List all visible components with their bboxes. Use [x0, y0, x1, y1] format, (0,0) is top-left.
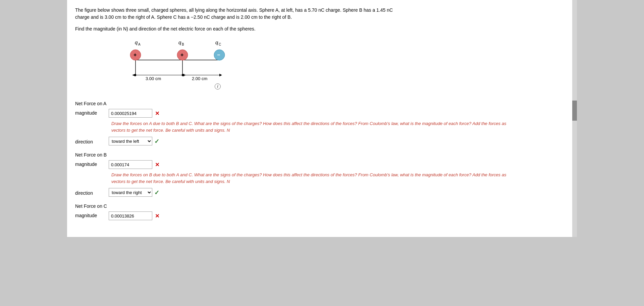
- direction-a-select[interactable]: toward the left toward the right: [109, 137, 152, 145]
- magnitude-a-label: magnitude: [75, 109, 109, 116]
- svg-text:+: +: [180, 52, 183, 58]
- magnitude-c-row: magnitude ✕: [75, 211, 569, 220]
- svg-marker-24: [219, 74, 222, 76]
- net-force-b-section: Net Force on B magnitude ✕ Draw the forc…: [75, 152, 569, 197]
- find-text: Find the magnitude (in N) and direction …: [75, 26, 569, 32]
- magnitude-b-incorrect-icon: ✕: [155, 160, 159, 168]
- svg-text:−: −: [217, 52, 220, 58]
- svg-text:q: q: [215, 40, 218, 45]
- scrollbar[interactable]: [572, 0, 577, 237]
- direction-b-select[interactable]: toward the left toward the right: [109, 188, 152, 197]
- description-line2: charge and is 3.00 cm to the right of A.…: [75, 14, 292, 20]
- magnitude-c-incorrect-icon: ✕: [155, 211, 159, 219]
- magnitude-c-label: magnitude: [75, 211, 109, 218]
- svg-text:q: q: [178, 40, 181, 45]
- svg-text:q: q: [135, 40, 138, 45]
- svg-text:+: +: [133, 52, 137, 58]
- svg-text:C: C: [219, 43, 221, 46]
- svg-text:2.00 cm: 2.00 cm: [192, 76, 207, 81]
- info-icon[interactable]: i: [213, 83, 221, 89]
- svg-text:A: A: [138, 43, 141, 46]
- net-force-a-title: Net Force on A: [75, 101, 569, 106]
- description-line1: The figure below shows three small, char…: [75, 7, 393, 13]
- net-force-b-title: Net Force on B: [75, 152, 569, 158]
- problem-text: The figure below shows three small, char…: [75, 7, 569, 21]
- direction-b-correct-icon: ✓: [154, 188, 159, 196]
- direction-a-correct-icon: ✓: [154, 137, 159, 145]
- magnitude-b-input[interactable]: [109, 160, 152, 169]
- net-force-c-section: Net Force on C magnitude ✕: [75, 203, 569, 220]
- magnitude-a-row: magnitude ✕: [75, 109, 569, 118]
- magnitude-a-input[interactable]: [109, 109, 152, 118]
- direction-b-label: direction: [75, 189, 109, 196]
- diagram-container: q A q B q C + + − 3: [115, 38, 256, 93]
- magnitude-a-incorrect-icon: ✕: [155, 109, 159, 117]
- direction-b-row: direction toward the left toward the rig…: [75, 188, 569, 197]
- magnitude-b-label: magnitude: [75, 160, 109, 167]
- magnitude-a-hint: Draw the forces on A due to both B and C…: [75, 120, 569, 133]
- net-force-c-title: Net Force on C: [75, 203, 569, 209]
- magnitude-c-input[interactable]: [109, 211, 152, 220]
- svg-text:B: B: [182, 43, 184, 46]
- direction-a-row: direction toward the left toward the rig…: [75, 137, 569, 145]
- diagram-svg: q A q B q C + + − 3: [115, 38, 256, 92]
- scrollbar-thumb[interactable]: [572, 101, 577, 121]
- page-container: The figure below shows three small, char…: [67, 0, 577, 237]
- magnitude-b-hint: Draw the forces on B due to both A and C…: [75, 172, 569, 185]
- magnitude-b-row: magnitude ✕: [75, 160, 569, 169]
- direction-a-label: direction: [75, 138, 109, 144]
- svg-text:3.00 cm: 3.00 cm: [146, 76, 161, 81]
- net-force-a-section: Net Force on A magnitude ✕ Draw the forc…: [75, 101, 569, 145]
